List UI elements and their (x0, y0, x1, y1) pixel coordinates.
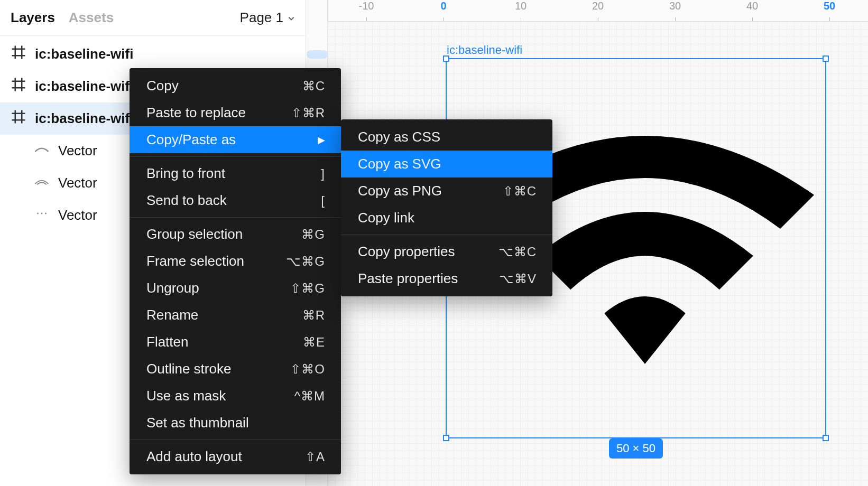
dimensions-badge: 50 × 50 (609, 438, 663, 459)
menu-item-shortcut: ^⌘M (294, 389, 325, 404)
menu-separator (130, 156, 341, 157)
layer-label: Vector (58, 207, 97, 223)
menu-item[interactable]: Paste properties⌥⌘V (341, 265, 552, 292)
ruler-tick: 10 (482, 0, 559, 21)
menu-item-label: Add auto layout (146, 448, 242, 465)
resize-handle-bottom-left[interactable] (443, 435, 449, 441)
menu-item-label: Copy link (358, 210, 414, 226)
menu-item[interactable]: Copy as PNG⇧⌘C (341, 177, 552, 204)
ruler-tick: 0 (405, 0, 482, 21)
menu-item[interactable]: Copy as SVG (341, 151, 552, 177)
vector-icon (34, 173, 50, 193)
menu-item-label: Copy properties (358, 244, 455, 260)
menu-item-shortcut: ⇧⌘C (503, 184, 537, 199)
vector-icon (34, 141, 50, 161)
ruler-tick: 30 (636, 0, 714, 21)
menu-item[interactable]: Group selection⌘G (130, 221, 341, 248)
ruler-value: 0 (405, 0, 482, 12)
layer-label: ic:baseline-wifi (35, 110, 133, 127)
menu-item[interactable]: Send to back[ (130, 187, 341, 214)
ruler-value: 20 (559, 0, 636, 12)
menu-item[interactable]: Frame selection⌥⌘G (130, 248, 341, 275)
menu-item-label: Paste to replace (146, 105, 246, 121)
menu-item-label: Rename (146, 307, 198, 323)
menu-item[interactable]: Flatten⌘E (130, 329, 341, 356)
menu-item-label: Copy as CSS (358, 129, 440, 145)
ruler-value: 50 (791, 0, 868, 12)
menu-item-shortcut: ⇧⌘O (290, 362, 325, 377)
menu-item-label: Flatten (146, 334, 189, 350)
submenu-arrow-icon: ▶ (318, 134, 325, 146)
ruler-value: 40 (714, 0, 791, 12)
page-label: Page 1 (240, 10, 283, 26)
menu-separator (130, 217, 341, 218)
menu-item[interactable]: Outline stroke⇧⌘O (130, 356, 341, 382)
svg-point-1 (41, 213, 43, 214)
tab-layers[interactable]: Layers (11, 10, 55, 26)
menu-item-shortcut: ⇧⌘R (291, 106, 325, 120)
context-submenu[interactable]: Copy as CSSCopy as SVGCopy as PNG⇧⌘CCopy… (341, 119, 552, 296)
menu-item-label: Ungroup (146, 280, 199, 296)
ruler-value: 30 (636, 0, 714, 12)
ruler-top: -1001020304050 (328, 0, 868, 22)
menu-item[interactable]: Use as mask^⌘M (130, 382, 341, 409)
ruler-tick: -10 (328, 0, 405, 21)
frame-label[interactable]: ic:baseline-wifi (447, 43, 522, 57)
menu-item-shortcut: ⌥⌘V (499, 272, 537, 286)
ruler-tick: 20 (559, 0, 636, 21)
menu-item[interactable]: Ungroup⇧⌘G (130, 275, 341, 302)
menu-item-shortcut: ⌘C (302, 79, 325, 94)
ruler-tick: 40 (714, 0, 791, 21)
menu-separator (341, 235, 552, 235)
menu-item[interactable]: Copy as CSS (341, 124, 552, 151)
menu-item-shortcut: ⌥⌘G (286, 254, 325, 269)
resize-handle-bottom-right[interactable] (823, 435, 829, 441)
menu-item-shortcut: ⇧⌘G (290, 281, 325, 296)
ruler-tick: 50 (791, 0, 868, 21)
menu-item-shortcut: ] (321, 166, 325, 181)
menu-item[interactable]: Copy⌘C (130, 72, 341, 99)
menu-item-shortcut: [ (321, 193, 325, 208)
menu-item[interactable]: Copy/Paste as▶ (130, 126, 341, 153)
menu-item[interactable]: Set as thumbnail (130, 409, 341, 436)
frame-icon (11, 44, 26, 64)
panel-header: Layers Assets Page 1 (0, 0, 306, 36)
menu-item[interactable]: Bring to front] (130, 160, 341, 187)
panel-tabs: Layers Assets (11, 10, 114, 26)
layer-label: Vector (58, 143, 97, 159)
menu-item-shortcut: ⌥⌘C (498, 245, 537, 259)
menu-item[interactable]: Copy properties⌥⌘C (341, 238, 552, 265)
context-menu[interactable]: Copy⌘CPaste to replace⇧⌘RCopy/Paste as▶B… (130, 68, 341, 474)
menu-item-shortcut: ⌘E (303, 335, 325, 350)
menu-item[interactable]: Rename⌘R (130, 302, 341, 329)
menu-item-label: Copy as SVG (358, 156, 441, 172)
tab-assets[interactable]: Assets (69, 10, 114, 26)
menu-item-label: Set as thumbnail (146, 415, 249, 431)
layer-label: Vector (58, 175, 97, 191)
menu-item-label: Frame selection (146, 253, 244, 269)
menu-item-label: Bring to front (146, 165, 225, 182)
menu-item[interactable]: Paste to replace⇧⌘R (130, 99, 341, 126)
menu-item[interactable]: Add auto layout⇧A (130, 443, 341, 470)
menu-item-label: Send to back (146, 192, 227, 209)
resize-handle-top-left[interactable] (443, 55, 449, 62)
menu-item-label: Use as mask (146, 388, 226, 404)
menu-item-label: Copy (146, 78, 179, 94)
menu-item-shortcut: ⇧A (305, 450, 325, 464)
menu-item-label: Group selection (146, 226, 243, 242)
resize-handle-top-right[interactable] (823, 55, 829, 62)
menu-item[interactable]: Copy link (341, 204, 552, 231)
menu-item-label: Copy as PNG (358, 183, 442, 199)
layer-row[interactable]: ic:baseline-wifi (0, 38, 306, 70)
page-selector[interactable]: Page 1 (240, 10, 295, 26)
ruler-value: -10 (328, 0, 405, 12)
menu-separator (130, 440, 341, 440)
frame-icon (11, 109, 26, 128)
menu-item-shortcut: ⌘G (301, 227, 325, 242)
chevron-down-icon (288, 10, 295, 26)
menu-item-shortcut: ⌘R (302, 308, 325, 323)
frame-icon (11, 77, 26, 96)
menu-item-label: Copy/Paste as (146, 132, 236, 148)
layer-label: ic:baseline-wifi (35, 46, 133, 62)
svg-point-2 (45, 213, 47, 214)
